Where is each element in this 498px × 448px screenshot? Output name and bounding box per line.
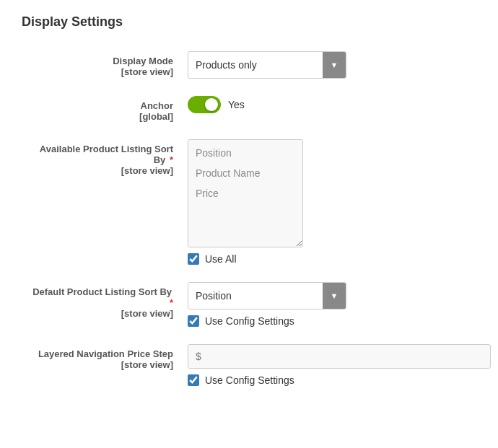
price-step-scope: [store view] xyxy=(29,359,173,370)
available-sort-multiselect[interactable]: Position Product Name Price xyxy=(188,139,303,247)
anchor-toggle[interactable] xyxy=(188,96,221,113)
price-step-row: Layered Navigation Price Step [store vie… xyxy=(22,344,476,386)
default-sort-select-arrow: ▼ xyxy=(323,283,346,309)
anchor-toggle-row: Yes xyxy=(188,96,469,113)
display-mode-row: Display Mode [store view] Products only … xyxy=(22,51,476,79)
display-mode-select-wrapper[interactable]: Products only Static block only Static b… xyxy=(188,51,346,79)
display-mode-label-col: Display Mode [store view] xyxy=(29,51,188,77)
anchor-control: Yes xyxy=(188,96,469,113)
list-item[interactable]: Product Name xyxy=(196,167,295,179)
default-sort-row: Default Product Listing Sort By * [store… xyxy=(22,282,476,327)
price-step-label: Layered Navigation Price Step xyxy=(29,348,173,359)
available-sort-use-all-checkbox[interactable] xyxy=(188,253,199,265)
anchor-row: Anchor [global] Yes xyxy=(22,96,476,122)
default-sort-required-star: * xyxy=(170,297,173,308)
available-sort-control: Position Product Name Price Use All xyxy=(188,139,469,265)
anchor-scope: [global] xyxy=(29,111,173,122)
list-item[interactable]: Position xyxy=(196,147,295,159)
anchor-toggle-slider xyxy=(188,96,221,113)
price-step-use-config-row: Use Config Settings xyxy=(188,374,491,386)
price-step-input[interactable] xyxy=(188,344,491,369)
list-item[interactable]: Price xyxy=(196,188,295,199)
price-step-use-config-label: Use Config Settings xyxy=(205,374,294,386)
default-sort-scope: [store view] xyxy=(29,308,173,319)
price-step-use-config-checkbox[interactable] xyxy=(188,374,199,386)
anchor-label-col: Anchor [global] xyxy=(29,96,188,122)
display-mode-select-arrow: ▼ xyxy=(323,52,346,78)
default-sort-select-wrapper[interactable]: Position Product Name Price ▼ xyxy=(188,282,346,309)
available-sort-row: Available Product Listing Sort By * [sto… xyxy=(22,139,476,265)
available-sort-label-col: Available Product Listing Sort By * [sto… xyxy=(29,139,188,176)
default-sort-control: Position Product Name Price ▼ Use Config… xyxy=(188,282,469,327)
default-sort-select[interactable]: Position Product Name Price xyxy=(188,284,323,307)
default-sort-label-col: Default Product Listing Sort By * [store… xyxy=(29,282,188,319)
display-mode-control: Products only Static block only Static b… xyxy=(188,51,469,79)
anchor-label: Anchor xyxy=(29,100,173,111)
default-sort-use-config-label: Use Config Settings xyxy=(205,315,294,327)
display-mode-scope: [store view] xyxy=(29,66,173,77)
available-sort-required-star: * xyxy=(167,154,173,165)
available-sort-scope: [store view] xyxy=(29,165,173,176)
default-sort-use-config-checkbox[interactable] xyxy=(188,315,199,327)
available-sort-label: Available Product Listing Sort By * xyxy=(29,144,173,165)
default-sort-use-config-row: Use Config Settings xyxy=(188,315,469,327)
price-step-control: Use Config Settings xyxy=(188,344,491,386)
price-step-label-col: Layered Navigation Price Step [store vie… xyxy=(29,344,188,370)
page-title: Display Settings xyxy=(22,14,476,30)
available-sort-use-all-row: Use All xyxy=(188,253,469,265)
anchor-yes-label: Yes xyxy=(228,99,245,110)
default-sort-label: Default Product Listing Sort By * xyxy=(29,286,173,308)
available-sort-use-all-label: Use All xyxy=(205,253,237,265)
display-mode-select[interactable]: Products only Static block only Static b… xyxy=(188,53,323,76)
display-settings-form: Display Mode [store view] Products only … xyxy=(22,51,476,386)
display-mode-label: Display Mode xyxy=(29,56,173,66)
